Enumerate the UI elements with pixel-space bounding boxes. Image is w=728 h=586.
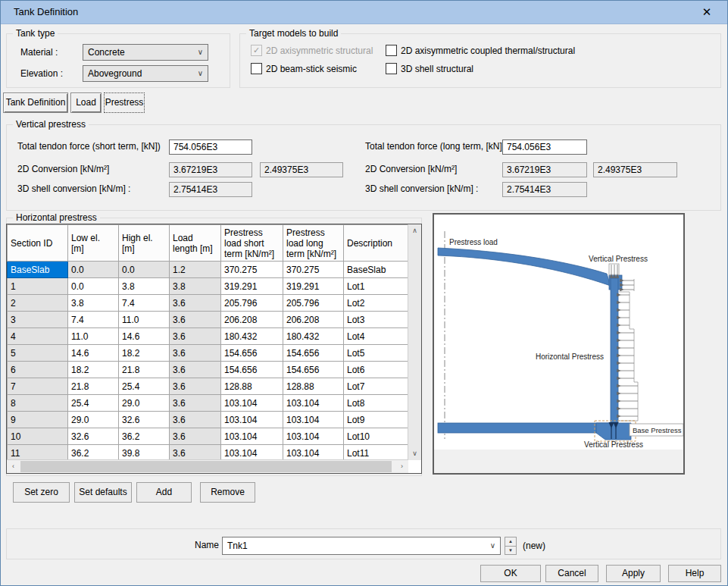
name-combo[interactable]: Tnk1 ∨	[222, 537, 501, 555]
table-cell[interactable]: 1	[8, 278, 68, 295]
table-cell[interactable]: 319.291	[221, 278, 283, 295]
table-cell[interactable]: Lot1	[344, 278, 409, 295]
table-cell[interactable]: 18.2	[119, 345, 170, 362]
table-cell[interactable]: 18.2	[68, 362, 119, 378]
table-cell[interactable]: 3.6	[170, 445, 221, 461]
table-cell[interactable]: 180.432	[221, 328, 283, 345]
table-cell[interactable]: 103.104	[221, 428, 283, 445]
table-cell[interactable]: 11.0	[68, 328, 119, 345]
remove-button[interactable]: Remove	[200, 482, 255, 503]
table-cell[interactable]: 3.8	[170, 278, 221, 295]
table-cell[interactable]: 103.104	[283, 445, 344, 461]
table-cell[interactable]: 3.8	[68, 295, 119, 312]
table-vertical-scrollbar[interactable]: ∧ ∨	[408, 224, 421, 460]
table-cell[interactable]: 7	[8, 378, 68, 395]
table-cell[interactable]: 3.6	[170, 345, 221, 362]
table-cell[interactable]: 8	[8, 395, 68, 412]
scroll-down-icon[interactable]: ∨	[408, 447, 421, 460]
table-cell[interactable]: 206.208	[221, 312, 283, 328]
material-combo[interactable]: Concrete ∨	[83, 44, 208, 61]
table-cell[interactable]: 1.2	[170, 262, 221, 278]
table-cell[interactable]: 9	[8, 412, 68, 428]
table-cell[interactable]: 370.275	[283, 262, 344, 278]
tab-tank-definition[interactable]: Tank Definition	[3, 92, 68, 113]
table-cell[interactable]: 3.6	[170, 328, 221, 345]
table-cell[interactable]: 319.291	[283, 278, 344, 295]
close-icon[interactable]: ✕	[696, 0, 717, 24]
table-cell[interactable]: 205.796	[221, 295, 283, 312]
table-horizontal-scrollbar[interactable]: ‹ ›	[7, 459, 408, 473]
table-cell[interactable]: 32.6	[68, 428, 119, 445]
table-cell[interactable]: 206.208	[283, 312, 344, 328]
table-cell[interactable]: 21.8	[68, 378, 119, 395]
table-cell[interactable]: 180.432	[283, 328, 344, 345]
table-cell[interactable]: BaseSlab	[344, 262, 409, 278]
table-cell[interactable]: 39.8	[119, 445, 170, 461]
spinner-down-icon[interactable]: ▼	[505, 547, 517, 556]
table-cell[interactable]: Lot5	[344, 345, 409, 362]
table-cell[interactable]: 4	[8, 328, 68, 345]
table-cell[interactable]: 103.104	[283, 428, 344, 445]
scroll-left-icon[interactable]: ‹	[7, 460, 20, 473]
table-cell[interactable]: Lot6	[344, 362, 409, 378]
table-cell[interactable]: 154.656	[283, 362, 344, 378]
apply-button[interactable]: Apply	[606, 565, 661, 582]
table-cell[interactable]: 154.656	[221, 362, 283, 378]
table-cell[interactable]: 205.796	[283, 295, 344, 312]
table-cell[interactable]: Lot3	[344, 312, 409, 328]
table-cell[interactable]: 14.6	[68, 345, 119, 362]
table-cell[interactable]: Lot9	[344, 412, 409, 428]
table-cell[interactable]: 3.6	[170, 412, 221, 428]
table-cell[interactable]: 2	[8, 295, 68, 312]
table-cell[interactable]: 6	[8, 362, 68, 378]
elevation-combo[interactable]: Aboveground ∨	[83, 65, 208, 82]
table-cell[interactable]: 103.104	[283, 395, 344, 412]
table-cell[interactable]: 25.4	[68, 395, 119, 412]
table-cell[interactable]: 10	[8, 428, 68, 445]
table-cell[interactable]: 128.88	[221, 378, 283, 395]
tendon-short-input[interactable]	[169, 139, 252, 155]
table-cell[interactable]: 103.104	[221, 395, 283, 412]
checkbox-2d-coupled-thermal-structural[interactable]: 2D axisymmetric coupled thermal/structur…	[386, 45, 714, 56]
scroll-up-icon[interactable]: ∧	[408, 224, 421, 237]
table-cell[interactable]: 36.2	[119, 428, 170, 445]
tab-load[interactable]: Load	[70, 92, 102, 113]
table-cell[interactable]: 128.88	[283, 378, 344, 395]
table-cell[interactable]: 103.104	[221, 445, 283, 461]
table-cell[interactable]: 21.8	[119, 362, 170, 378]
table-cell[interactable]: 7.4	[68, 312, 119, 328]
table-cell[interactable]: 154.656	[283, 345, 344, 362]
cancel-button[interactable]: Cancel	[545, 565, 598, 582]
table-cell[interactable]: 25.4	[119, 378, 170, 395]
checkbox-3d-shell-structural[interactable]: 3D shell structural	[386, 63, 714, 74]
table-cell[interactable]: 3.6	[170, 312, 221, 328]
table-cell[interactable]: 14.6	[119, 328, 170, 345]
tab-prestress[interactable]: Prestress	[104, 92, 145, 113]
table-cell[interactable]: 3.8	[119, 278, 170, 295]
table-cell[interactable]: 11	[8, 445, 68, 461]
table-cell[interactable]: 3.6	[170, 395, 221, 412]
table-cell[interactable]: Lot10	[344, 428, 409, 445]
table-cell[interactable]: 32.6	[119, 412, 170, 428]
table-cell[interactable]: 103.104	[283, 412, 344, 428]
table-cell[interactable]: 0.0	[119, 262, 170, 278]
table-cell[interactable]: 29.0	[68, 412, 119, 428]
table-cell[interactable]: 3.6	[170, 295, 221, 312]
set-zero-button[interactable]: Set zero	[13, 482, 70, 503]
scrollbar-thumb[interactable]	[20, 461, 392, 472]
table-cell[interactable]: 36.2	[68, 445, 119, 461]
table-cell[interactable]: 29.0	[119, 395, 170, 412]
tendon-long-input[interactable]	[502, 139, 587, 155]
checkbox-2d-beam-stick-seismic[interactable]: 2D beam-stick seismic	[251, 63, 386, 74]
ok-button[interactable]: OK	[480, 565, 541, 582]
help-button[interactable]: Help	[668, 565, 721, 582]
table-cell[interactable]: 370.275	[221, 262, 283, 278]
set-defaults-button[interactable]: Set defaults	[74, 482, 132, 503]
table-cell[interactable]: 7.4	[119, 295, 170, 312]
table-cell[interactable]: Lot7	[344, 378, 409, 395]
table-cell[interactable]: 3	[8, 312, 68, 328]
spinner-up-icon[interactable]: ▲	[505, 537, 517, 547]
table-cell[interactable]: 3.6	[170, 362, 221, 378]
name-spinner[interactable]: ▲ ▼	[505, 537, 517, 555]
table-cell[interactable]: 154.656	[221, 345, 283, 362]
